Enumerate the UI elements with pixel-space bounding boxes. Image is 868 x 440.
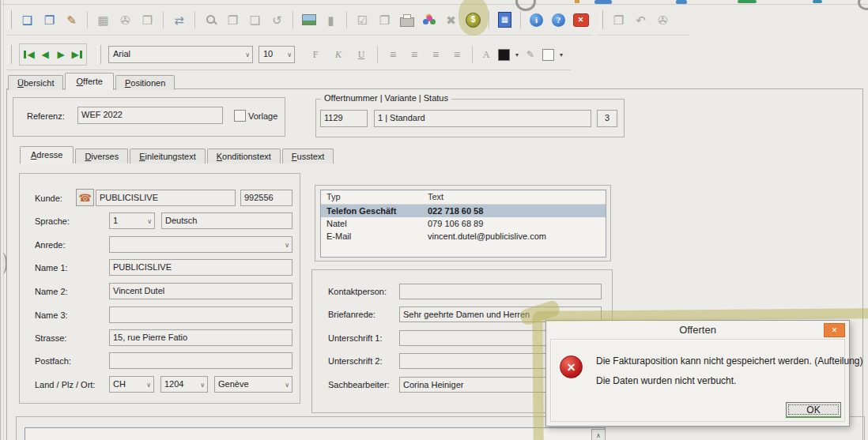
referenz-input[interactable]: WEF 2022 (77, 107, 223, 124)
customer-lookup-button[interactable]: ☎ (76, 189, 94, 206)
refresh-icon[interactable]: ↺ (269, 11, 285, 28)
undo-icon[interactable]: ↶ (632, 11, 649, 28)
ort-select[interactable]: Genève ∨ (214, 376, 292, 393)
phone-book-icon[interactable]: ✇ (655, 11, 671, 28)
table-row[interactable]: E-Mail vincent.dutel@publicislive.com (321, 230, 606, 243)
bottom-textarea[interactable] (25, 427, 606, 440)
align-right-button[interactable]: ≡ (428, 47, 443, 62)
new-document-icon[interactable]: ❑ (19, 11, 36, 28)
offertnummer-field[interactable]: 1129 (320, 110, 368, 127)
table-row[interactable]: Telefon Geschäft 022 718 60 58 (321, 205, 606, 217)
font-name-select[interactable]: Arial ∨ (108, 46, 253, 63)
highlight-color-icon[interactable]: ✎ (524, 47, 537, 62)
sprache-name-input[interactable]: Deutsch (161, 212, 292, 229)
postfach-input[interactable] (109, 352, 292, 369)
kunde-nummer-input[interactable]: 992556 (240, 190, 292, 206)
sprache-select[interactable]: 1 ∨ (109, 212, 155, 229)
italic-button[interactable]: K (330, 47, 347, 62)
tab-konditionstext[interactable]: Konditionstext (207, 149, 281, 164)
search-icon[interactable] (202, 11, 219, 28)
search-document-icon[interactable]: ❏ (247, 11, 263, 28)
dialog-close-button[interactable]: ✕ (824, 323, 845, 337)
tab-offerte[interactable]: Offerte (65, 73, 113, 90)
check-document-icon[interactable]: ☑ (354, 11, 371, 28)
strasse-input[interactable]: 15, rue Pierre Fatio (109, 329, 292, 346)
status-field[interactable]: 3 (597, 110, 617, 127)
edit-document-icon[interactable]: ✎ (63, 11, 80, 28)
toolbar-drag-handle[interactable] (97, 45, 101, 64)
tab-positionen[interactable]: Positionen (115, 75, 175, 90)
font-color-dropdown-icon[interactable]: ▾ (515, 51, 519, 58)
scroll-up-button[interactable]: ∧ (591, 429, 606, 440)
first-record-button[interactable]: ◀ (21, 46, 37, 63)
highlight-color-swatch[interactable] (542, 49, 554, 61)
toolbar-drag-handle[interactable] (599, 10, 603, 29)
transfer-icon[interactable]: ⇄ (171, 11, 187, 28)
calculator-icon[interactable]: ▦ (496, 11, 513, 28)
next-record-button[interactable]: ▶ (53, 46, 69, 63)
kunde-name-input[interactable]: PUBLICISLIVE (96, 190, 236, 206)
save-icon[interactable]: ▦ (95, 11, 111, 28)
toolbar-separator (489, 11, 489, 28)
image-icon[interactable] (300, 11, 317, 28)
highlight-color-dropdown-icon[interactable]: ▾ (560, 51, 563, 58)
font-name-value: Arial (113, 49, 130, 58)
info-icon[interactable]: i (528, 11, 545, 28)
palette-icon[interactable] (421, 11, 437, 28)
tab-einleitungstext[interactable]: Einleitungstext (130, 149, 206, 164)
column-header-text[interactable]: Text (428, 190, 606, 204)
align-center-button[interactable]: ≡ (406, 47, 422, 62)
tab-adresse[interactable]: Adresse (20, 146, 74, 164)
first-record-glyph: ◀ (27, 49, 34, 60)
chevron-down-icon: ∨ (245, 51, 250, 58)
vorlage-checkbox[interactable] (234, 110, 246, 122)
main-tabstrip: Übersicht Offerte Positionen (8, 73, 176, 90)
font-color-icon[interactable]: A (480, 47, 492, 62)
delete-document-icon[interactable]: ❒ (139, 11, 156, 28)
tab-uebersicht[interactable]: Übersicht (8, 75, 63, 90)
blank-document-icon[interactable]: ❐ (376, 11, 393, 28)
column-header-typ[interactable]: Typ (321, 190, 428, 204)
record-navigator: ◀ ◀ ▶ ▶ (19, 43, 87, 66)
previous-record-button[interactable]: ◀ (37, 46, 53, 63)
tab-diverses[interactable]: Diverses (75, 149, 128, 164)
anrede-select[interactable]: ∨ (109, 236, 292, 253)
plz-select[interactable]: 1204 ∨ (160, 376, 208, 393)
contact-table: Typ Text Telefon Geschäft 022 718 60 58 … (320, 190, 606, 258)
name3-input[interactable] (109, 306, 292, 323)
underline-button[interactable]: U (353, 47, 370, 62)
calculator-glyph: ▦ (498, 12, 511, 28)
font-size-select[interactable]: 10 ∨ (259, 46, 295, 63)
name2-input[interactable]: Vincent Dutel (109, 283, 292, 299)
cropped-icon-fragment (813, 0, 822, 3)
ok-button[interactable]: OK (786, 402, 841, 418)
bold-button[interactable]: F (307, 47, 324, 62)
font-color-swatch[interactable] (498, 49, 510, 61)
name1-input[interactable]: PUBLICISLIVE (109, 259, 292, 276)
save-version-icon[interactable]: ✇ (117, 11, 134, 28)
last-record-button[interactable]: ▶ (69, 46, 85, 63)
delete-icon[interactable]: ✖ (443, 11, 459, 28)
copy-document-icon[interactable]: ❐ (41, 11, 58, 28)
help-icon[interactable]: ? (550, 11, 567, 28)
toolbar-drag-handle[interactable] (8, 45, 12, 64)
print-icon[interactable] (398, 11, 415, 28)
variante-field[interactable]: 1 | Standard (374, 110, 591, 127)
land-value: CH (113, 379, 126, 389)
table-row[interactable]: Natel 079 106 68 89 (321, 217, 606, 230)
money-bag-icon[interactable]: $ (465, 11, 481, 28)
post-document-icon[interactable]: ❐ (610, 11, 627, 28)
tab-fusstext[interactable]: Fusstext (282, 149, 334, 164)
dialog-message-line1: Die Fakturaposition kann nicht gespeiche… (596, 355, 863, 367)
land-select[interactable]: CH ∨ (109, 376, 154, 393)
align-left-button[interactable]: ≡ (385, 47, 401, 62)
pin-icon[interactable]: ▮ (323, 11, 339, 28)
exit-icon[interactable]: ✕ (572, 11, 589, 28)
toolbar-drag-handle[interactable] (8, 10, 12, 29)
help-glyph: ? (552, 13, 565, 27)
sprache-value: 1 (113, 216, 118, 225)
application-window: ❑ ❐ ✎ ▦ ✇ ❒ ⇄ ❐ ❏ ↺ ▮ ☑ ❐ ✖ $ ▦ i ? ✕ ❐ (0, 0, 868, 440)
align-justify-button[interactable]: ≡ (449, 47, 465, 62)
copy-icon[interactable]: ❐ (225, 11, 241, 28)
kontaktperson-input[interactable] (399, 284, 602, 299)
